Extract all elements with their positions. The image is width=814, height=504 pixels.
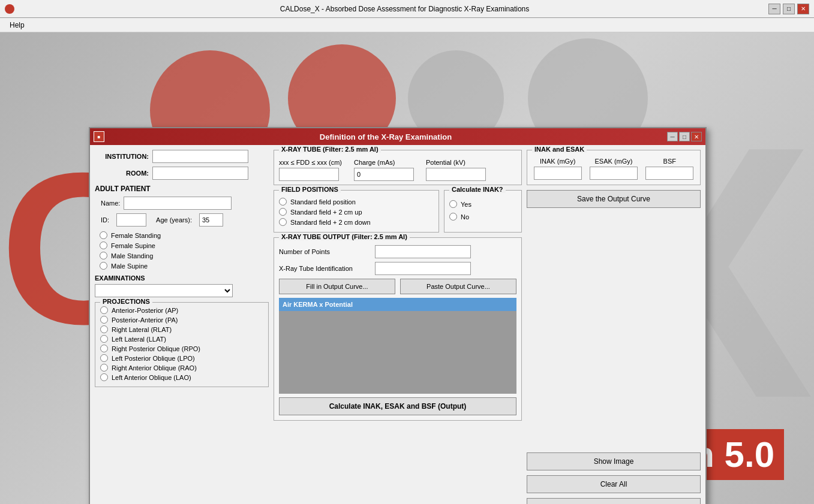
name-input[interactable] <box>124 197 232 210</box>
proj-rlat-radio[interactable] <box>100 325 108 333</box>
proj-lao-radio[interactable] <box>100 373 108 381</box>
proj-lpo-radio[interactable] <box>100 354 108 362</box>
proj-rpo[interactable]: Right Posterior Oblique (RPO) <box>100 345 263 352</box>
fp-standard-radio[interactable] <box>279 198 287 206</box>
tube-id-input[interactable] <box>375 262 471 275</box>
fill-output-button[interactable]: Fill in Output Curve... <box>279 279 395 294</box>
calc-inak-no-radio[interactable] <box>449 213 457 221</box>
proj-ap[interactable]: Anterior-Posterior (AP) <box>100 306 263 314</box>
fp-standard-label: Standard field position <box>290 198 356 206</box>
potential-label: Potential (kV) <box>426 159 486 166</box>
fp-standard[interactable]: Standard field position <box>279 198 434 206</box>
dialog-close-button[interactable]: ✕ <box>691 132 702 141</box>
inak-label: INAK (mGy) <box>540 158 575 165</box>
xray-tube-title: X-RAY TUBE (Filter: 2.5 mm Al) <box>279 146 381 153</box>
dialog-minimize-button[interactable]: ─ <box>667 132 678 141</box>
male-supine-option[interactable]: Male Supine <box>100 262 269 270</box>
calculate-inak-title: Calculate INAK? <box>449 186 506 193</box>
bsf-col: BSF <box>644 158 695 180</box>
proj-rao[interactable]: Right Anterior Oblique (RAO) <box>100 364 263 372</box>
age-label: Age (years): <box>156 216 192 224</box>
proj-llat-label: Left Lateral (LLAT) <box>112 336 166 343</box>
field-positions-title: FIELD POSITIONS <box>279 186 341 193</box>
chart-body <box>279 311 516 394</box>
calc-inak-yes-label: Yes <box>461 201 471 208</box>
proj-lpo[interactable]: Left Posterior Oblique (LPO) <box>100 354 263 362</box>
female-standing-label: Female Standing <box>111 232 161 239</box>
proj-llat[interactable]: Left Lateral (LLAT) <box>100 335 263 343</box>
female-supine-option[interactable]: Female Supine <box>100 242 269 249</box>
num-points-input[interactable] <box>375 245 471 258</box>
tube-id-row: X-Ray Tube Identification <box>279 262 516 275</box>
id-age-row: ID: Age (years): <box>95 213 269 227</box>
institution-input[interactable] <box>152 150 248 163</box>
room-input[interactable] <box>152 167 248 180</box>
age-input[interactable] <box>199 213 223 227</box>
middle-panel: X-RAY TUBE (Filter: 2.5 mm Al) xxx ≤ FDD… <box>274 150 522 504</box>
proj-pa-label: Posterior-Anterior (PA) <box>112 316 178 324</box>
female-supine-radio[interactable] <box>100 242 107 249</box>
fp-plus2up[interactable]: Standard field + 2 cm up <box>279 208 434 216</box>
inak-esak-grid: INAK (mGy) ESAK (mGy) BSF <box>532 158 695 180</box>
proj-pa-radio[interactable] <box>100 316 108 324</box>
female-supine-label: Female Supine <box>111 242 155 249</box>
menu-item-help[interactable]: Help <box>5 20 29 31</box>
proj-rlat[interactable]: Right Lateral (RLAT) <box>100 325 263 333</box>
esak-label: ESAK (mGy) <box>595 158 633 165</box>
fp-plus2down-radio[interactable] <box>279 218 287 226</box>
male-standing-option[interactable]: Male Standing <box>100 252 269 259</box>
male-standing-radio[interactable] <box>100 252 107 259</box>
examinations-title: EXAMINATIONS <box>95 274 269 282</box>
clear-all-button[interactable]: Clear All <box>527 475 701 493</box>
proj-llat-radio[interactable] <box>100 335 108 343</box>
female-standing-option[interactable]: Female Standing <box>100 231 269 239</box>
calc-inak-yes-radio[interactable] <box>449 200 457 208</box>
proj-rao-radio[interactable] <box>100 364 108 372</box>
institution-label: INSTITUTION: <box>95 153 149 160</box>
adult-patient-title: ADULT PATIENT <box>95 185 269 193</box>
background-area: C X n 5.0 ■ Definition of the X-Ray Exam… <box>0 32 814 504</box>
fdd-input[interactable] <box>279 168 339 181</box>
calculate-inak-esak-button[interactable]: Calculate INAK, ESAK and BSF (Output) <box>279 397 516 415</box>
proj-lao[interactable]: Left Anterior Oblique (LAO) <box>100 373 263 381</box>
dialog-maximize-button[interactable]: □ <box>679 132 690 141</box>
charge-input[interactable] <box>354 168 414 181</box>
calculate-inak-section: Calculate INAK? Yes No <box>444 190 522 233</box>
proj-rpo-label: Right Posterior Oblique (RPO) <box>112 345 200 352</box>
bsf-label: BSF <box>663 158 676 165</box>
fp-plus2up-radio[interactable] <box>279 208 287 216</box>
inak-input[interactable] <box>534 167 582 180</box>
id-input[interactable] <box>116 213 146 227</box>
bsf-input[interactable] <box>645 167 693 180</box>
tube-id-label: X-Ray Tube Identification <box>279 265 375 272</box>
main-dialog: ■ Definition of the X-Ray Examination ─ … <box>89 127 707 504</box>
calc-inak-yes[interactable]: Yes <box>449 200 516 208</box>
examinations-select[interactable] <box>95 284 233 297</box>
field-calc-row: FIELD POSITIONS Standard field position … <box>274 190 522 233</box>
fp-plus2down[interactable]: Standard field + 2 cm down <box>279 218 434 226</box>
maximize-button[interactable]: □ <box>783 4 795 14</box>
potential-input[interactable] <box>426 168 486 181</box>
proj-lao-label: Left Anterior Oblique (LAO) <box>112 374 191 381</box>
proj-pa[interactable]: Posterior-Anterior (PA) <box>100 316 263 324</box>
esak-input[interactable] <box>590 167 638 180</box>
male-standing-label: Male Standing <box>111 252 153 259</box>
title-bar: CALDose_X - Absorbed Dose Assessment for… <box>0 0 814 18</box>
male-supine-radio[interactable] <box>100 262 107 270</box>
right-panel: INAK and ESAK INAK (mGy) ESAK (mGy) BSF <box>527 150 701 504</box>
room-label: ROOM: <box>95 170 149 177</box>
proj-rpo-radio[interactable] <box>100 345 108 352</box>
paste-output-button[interactable]: Paste Output Curve... <box>400 279 516 294</box>
close-button[interactable]: ✕ <box>797 4 809 14</box>
dialog-title-bar: ■ Definition of the X-Ray Examination ─ … <box>90 128 705 145</box>
female-standing-radio[interactable] <box>100 231 107 239</box>
proj-rao-label: Right Anterior Oblique (RAO) <box>112 364 197 372</box>
calculate-dose-button[interactable]: Calculate Dose <box>527 498 701 504</box>
proj-ap-radio[interactable] <box>100 306 108 314</box>
save-output-curve-button[interactable]: Save the Output Curve <box>527 190 701 208</box>
dialog-icon: ■ <box>94 131 104 142</box>
minimize-button[interactable]: ─ <box>768 4 780 14</box>
show-image-button[interactable]: Show Image <box>527 452 701 470</box>
calc-inak-no[interactable]: No <box>449 213 516 221</box>
proj-rlat-label: Right Lateral (RLAT) <box>112 326 172 333</box>
